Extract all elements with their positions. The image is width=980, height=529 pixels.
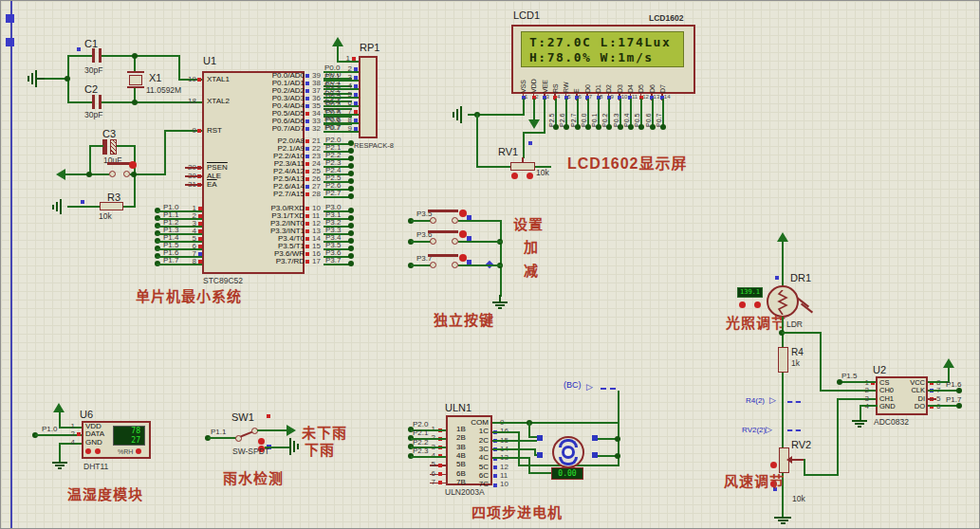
state-marker [305,155,309,158]
u6-part: DHT11 [83,463,108,471]
state-marker [354,76,358,80]
junction-dot [86,172,92,177]
motor-terminal [537,435,543,441]
state-marker [305,162,309,166]
dht-temperature: 27 [114,436,144,445]
pin-name: DO [897,403,925,410]
power-arrow [943,358,954,368]
capacitor-c2[interactable] [92,95,95,109]
ground-symbol [852,420,867,422]
lcd-screen: T:27.0C L:174Lux H:78.0% W:1m/s [521,31,684,67]
state-marker [305,237,309,241]
pot-rv1[interactable] [510,162,535,171]
vertical-label: D0 [583,68,592,93]
component-body[interactable] [452,238,458,245]
wire [820,332,822,392]
capacitor-c3[interactable] [102,139,107,155]
component-pin [185,175,202,177]
sheet-marker [6,38,14,46]
state-marker [305,207,309,210]
state-marker [198,245,202,248]
ground-bar [58,467,62,469]
net-label: P0.4 [622,100,631,127]
ground-bar [498,307,502,309]
component-body[interactable] [109,171,116,177]
state-marker [305,127,309,131]
ground-symbol [492,301,508,303]
label: RST [207,127,222,135]
state-marker [770,462,777,468]
wire [840,381,876,383]
component-body[interactable] [430,262,436,268]
capacitor-c1[interactable] [92,48,95,63]
state-marker [511,173,518,179]
key-minus-button[interactable] [428,254,458,257]
ground-symbol [35,70,37,87]
dht-pin-nums: 124 [67,423,81,447]
respack-rp1[interactable] [359,56,378,138]
label: XTAL2 [207,98,230,105]
resistor-r3[interactable] [100,202,123,210]
state-marker [305,260,309,264]
ground-bar [499,295,501,301]
graphic: 7 [426,479,445,487]
component-pin [790,459,804,461]
net-label: P0.5 [633,100,641,127]
component-body[interactable] [452,262,458,268]
pin-number: 8 [186,258,196,265]
pin-name: P0.7/AD7 [232,125,305,133]
net-label: P1.5 [841,373,857,380]
u1-port3-pins: P3.0/RXD 10 P3.0 P3.1/TXD 11 P3.1 P3.2/I… [232,205,358,265]
net-label: P2.6 [558,100,566,127]
state-marker [305,245,309,248]
state-marker [198,207,202,210]
power-arrow [777,232,788,242]
caption-key-plus: 加 [524,236,539,256]
wire [458,220,502,222]
wire [102,55,180,57]
pin-name: GND [85,439,114,447]
state-marker [739,301,746,308]
caption-rain-detect: 雨水检测 [223,467,284,487]
state-marker [305,112,309,116]
state-marker [438,472,442,476]
pin-name: 6C [462,472,489,480]
wire [500,221,502,297]
r4-value: 1k [791,359,800,368]
state-marker [493,465,497,469]
lcd-line2: H:78.0% W:1m/s [529,50,654,64]
wire [533,99,535,119]
ground-symbol [289,438,291,455]
crystal-x1[interactable] [127,71,144,73]
junction-dot [615,436,620,442]
state-marker [305,82,309,85]
graphic: DO [897,403,925,410]
wire [257,429,287,431]
component-body[interactable] [123,171,130,177]
resistor-r4[interactable] [778,347,788,373]
key-plus-button[interactable] [428,230,458,233]
net-label: P2.1 [413,429,428,437]
vertical-label: D7 [658,68,667,93]
state-marker [305,119,309,123]
state-marker [129,161,137,169]
component-body[interactable] [452,217,458,224]
component-body[interactable] [430,217,436,224]
state-marker [85,448,91,454]
component-body[interactable] [430,238,436,245]
state-marker [95,448,101,454]
c3-ref: C3 [102,129,116,139]
rv2-value: 10k [792,495,805,503]
key-set-button[interactable] [428,210,458,212]
vertical-label: VDD [529,68,538,93]
motor-display: 0.00 [551,467,583,480]
lcd-net: P0.7 [657,99,668,131]
vertical-label: D3 [616,68,624,93]
pin-number: 4 [342,82,352,90]
pin-number: 7 [426,479,435,486]
net-label: P1.7 [946,396,961,404]
lcd-ref: LCD1 [513,10,540,21]
pin-name: P2.7/A15 [232,191,305,198]
ground-bar [778,520,788,521]
ground-bar [56,202,58,211]
